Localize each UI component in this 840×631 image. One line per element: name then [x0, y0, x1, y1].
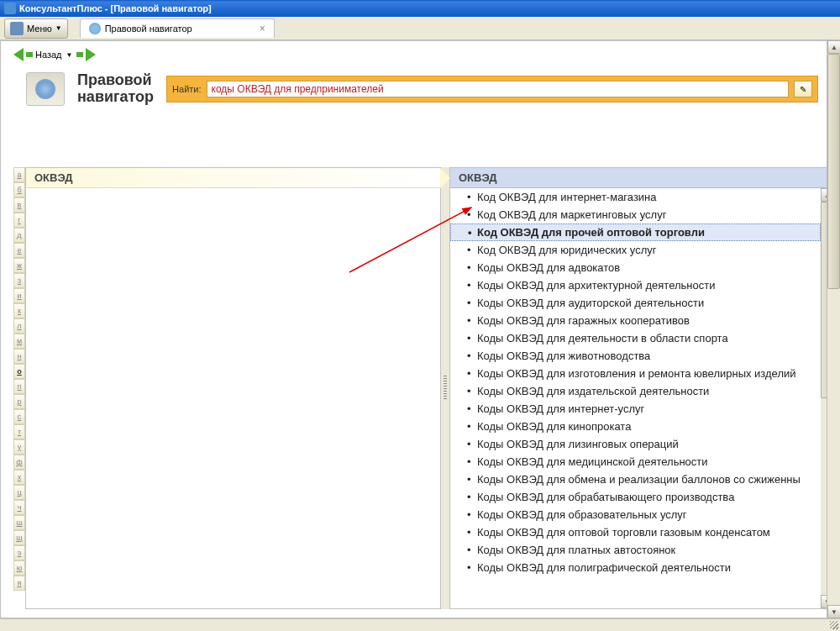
forward-button[interactable]	[76, 48, 96, 61]
list-item[interactable]: Коды ОКВЭД для животноводства	[450, 347, 821, 365]
list-item[interactable]: Коды ОКВЭД для аудиторской деятельности	[450, 294, 821, 312]
list-item[interactable]: Коды ОКВЭД для образовательных услуг	[450, 506, 821, 523]
alpha-letter-д[interactable]: д	[13, 228, 25, 243]
list-item[interactable]: Коды ОКВЭД для полиграфической деятельно…	[450, 559, 821, 576]
alphabet-bar: абвгдежзиклмнопрстуфхцчшщэюя	[13, 167, 25, 609]
list-item[interactable]: Коды ОКВЭД для платных автостоянок	[450, 541, 821, 559]
back-button[interactable]: Назад ▼	[13, 48, 72, 61]
search-label: Найти:	[172, 84, 201, 94]
list-item[interactable]: Код ОКВЭД для прочей оптовой торговли	[450, 223, 821, 241]
search-clear-button[interactable]: ✎	[794, 81, 812, 97]
alpha-letter-з[interactable]: з	[13, 273, 25, 288]
alpha-letter-ю[interactable]: ю	[13, 560, 25, 576]
alpha-letter-в[interactable]: в	[13, 197, 25, 213]
alpha-letter-ф[interactable]: ф	[13, 455, 25, 470]
alpha-letter-э[interactable]: э	[13, 545, 25, 560]
list-item[interactable]: Коды ОКВЭД для оптовой торговли газовым …	[450, 523, 821, 541]
search-bar: Найти: ✎	[166, 76, 818, 103]
search-input[interactable]	[207, 81, 789, 97]
alpha-letter-ш[interactable]: ш	[13, 515, 25, 530]
left-panel-header: ОКВЭД	[26, 168, 440, 188]
alpha-letter-н[interactable]: н	[13, 349, 25, 364]
list-item[interactable]: Коды ОКВЭД для деятельности в области сп…	[450, 329, 821, 347]
scroll-down-button[interactable]: ▼	[827, 605, 840, 618]
list-item[interactable]: Код ОКВЭД для юридических услуг	[450, 241, 821, 259]
window-title: КонсультантПлюс - [Правовой навигатор]	[19, 3, 212, 13]
alpha-letter-к[interactable]: к	[13, 303, 25, 318]
alpha-letter-у[interactable]: у	[13, 439, 25, 455]
list-item[interactable]: Коды ОКВЭД для изготовления и ремонта юв…	[450, 365, 821, 382]
menu-icon	[10, 22, 24, 35]
tab-navigator[interactable]: Правовой навигатор ×	[80, 18, 275, 38]
list-item[interactable]: Коды ОКВЭД для издательской деятельности	[450, 382, 821, 400]
alpha-letter-с[interactable]: с	[13, 409, 25, 424]
window-titlebar: КонсультантПлюс - [Правовой навигатор]	[0, 0, 840, 17]
page-title: Правовой навигатор	[77, 72, 154, 106]
alpha-letter-р[interactable]: р	[13, 394, 25, 409]
main-panels: абвгдежзиклмнопрстуфхцчшщэюя ОКВЭД ОКВЭД…	[13, 167, 835, 609]
list-item[interactable]: Коды ОКВЭД для интернет-услуг	[450, 400, 821, 418]
alpha-letter-а[interactable]: а	[13, 167, 25, 182]
status-bar	[0, 618, 840, 631]
tab-label: Правовой навигатор	[105, 24, 192, 34]
main-toolbar: Меню ▼ Правовой навигатор ×	[0, 17, 840, 40]
back-label: Назад	[35, 50, 62, 60]
list-item[interactable]: Коды ОКВЭД для медицинской деятельности	[450, 453, 821, 471]
nav-row: Назад ▼	[1, 41, 835, 68]
list-item[interactable]: Коды ОКВЭД для архитектурной деятельност…	[450, 276, 821, 294]
compass-icon	[89, 23, 101, 34]
navigator-logo	[26, 72, 65, 106]
arrow-left-icon	[13, 48, 24, 61]
close-icon[interactable]: ×	[260, 23, 265, 34]
alpha-letter-е[interactable]: е	[13, 243, 25, 258]
left-panel: ОКВЭД	[25, 167, 441, 609]
resize-grip[interactable]	[830, 621, 838, 629]
arrow-right-icon	[86, 48, 96, 61]
scroll-thumb[interactable]	[827, 54, 840, 289]
scroll-up-button[interactable]: ▲	[827, 40, 840, 54]
alpha-letter-т[interactable]: т	[13, 424, 25, 439]
results-list[interactable]: Код ОКВЭД для интернет-магазинаКод ОКВЭД…	[450, 188, 821, 608]
chevron-down-icon: ▼	[55, 24, 62, 32]
right-panel: ОКВЭД Код ОКВЭД для интернет-магазинаКод…	[449, 167, 835, 609]
alpha-letter-о[interactable]: о	[13, 364, 25, 379]
menu-label: Меню	[27, 24, 52, 34]
list-item[interactable]: Коды ОКВЭД для адвокатов	[450, 259, 821, 276]
alpha-letter-ц[interactable]: ц	[13, 485, 25, 500]
right-panel-header: ОКВЭД	[450, 168, 834, 188]
header-panel: Правовой навигатор Найти: ✎	[1, 68, 835, 114]
alpha-letter-и[interactable]: и	[13, 288, 25, 303]
app-icon	[4, 3, 16, 14]
chevron-down-icon: ▼	[66, 51, 73, 59]
window-scrollbar[interactable]: ▲ ▼	[827, 40, 840, 618]
alpha-letter-х[interactable]: х	[13, 470, 25, 485]
list-item[interactable]: Коды ОКВЭД для обрабатывающего производс…	[450, 488, 821, 506]
menu-button[interactable]: Меню ▼	[4, 18, 68, 39]
list-item[interactable]: Коды ОКВЭД для лизинговых операций	[450, 435, 821, 453]
list-item[interactable]: Коды ОКВЭД для кинопроката	[450, 418, 821, 435]
list-item[interactable]: Коды ОКВЭД для гаражных кооперативов	[450, 312, 821, 329]
list-item[interactable]: Код ОКВЭД для маркетинговых услуг	[450, 206, 821, 223]
alpha-letter-щ[interactable]: щ	[13, 530, 25, 545]
alpha-letter-м[interactable]: м	[13, 334, 25, 349]
alpha-letter-ж[interactable]: ж	[13, 258, 25, 273]
compass-icon	[35, 79, 55, 99]
alpha-letter-л[interactable]: л	[13, 318, 25, 334]
alpha-letter-г[interactable]: г	[13, 213, 25, 228]
alpha-letter-я[interactable]: я	[13, 576, 25, 591]
list-item[interactable]: Код ОКВЭД для интернет-магазина	[450, 188, 821, 206]
content-area: Назад ▼ Правовой навигатор Найти: ✎ абвг…	[0, 40, 836, 618]
alpha-letter-б[interactable]: б	[13, 182, 25, 197]
splitter[interactable]	[441, 167, 449, 609]
alpha-letter-п[interactable]: п	[13, 379, 25, 394]
list-item[interactable]: Коды ОКВЭД для обмена и реализации балло…	[450, 471, 821, 488]
alpha-letter-ч[interactable]: ч	[13, 500, 25, 515]
